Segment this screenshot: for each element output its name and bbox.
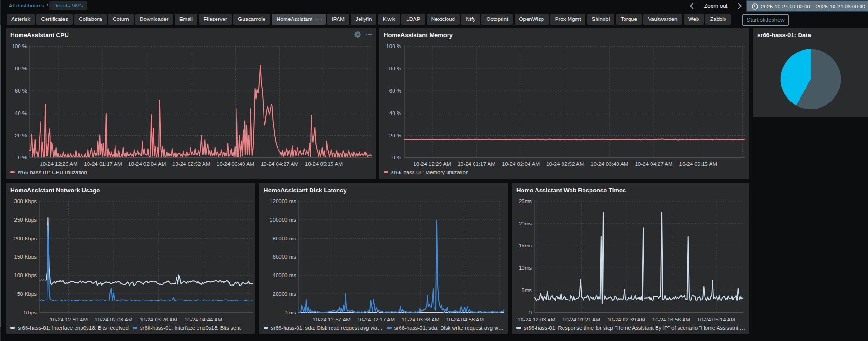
- svg-text:10-24 03:40 AM: 10-24 03:40 AM: [217, 161, 254, 167]
- svg-text:40000 ms: 40000 ms: [272, 273, 296, 278]
- svg-text:50 Kbps: 50 Kbps: [17, 291, 37, 297]
- svg-text:20000 ms: 20000 ms: [272, 291, 296, 297]
- svg-text:10-24 03:26 AM: 10-24 03:26 AM: [140, 317, 177, 322]
- svg-text:0 bps: 0 bps: [24, 310, 37, 315]
- svg-text:0 %: 0 %: [392, 155, 401, 160]
- svg-text:10-24 12:29 AM: 10-24 12:29 AM: [40, 161, 77, 167]
- svg-text:150 Kbps: 150 Kbps: [14, 254, 37, 259]
- svg-text:10-24 02:52 AM: 10-24 02:52 AM: [546, 161, 584, 167]
- svg-text:120000 ms: 120000 ms: [270, 198, 296, 204]
- svg-text:20 %: 20 %: [389, 133, 401, 138]
- svg-text:10-24 12:03 AM: 10-24 12:03 AM: [517, 317, 555, 322]
- svg-text:25ms: 25ms: [519, 198, 532, 204]
- svg-text:10-24 05:14 AM: 10-24 05:14 AM: [697, 317, 735, 322]
- svg-text:10-24 12:50 AM: 10-24 12:50 AM: [50, 317, 88, 322]
- svg-text:20 %: 20 %: [15, 133, 27, 138]
- svg-text:10-24 02:04 AM: 10-24 02:04 AM: [502, 161, 540, 167]
- svg-text:10-24 04:27 AM: 10-24 04:27 AM: [635, 161, 672, 167]
- svg-text:10-24 02:04 AM: 10-24 02:04 AM: [128, 161, 166, 167]
- svg-text:40 %: 40 %: [15, 110, 27, 116]
- svg-text:10-24 02:17 AM: 10-24 02:17 AM: [357, 317, 395, 322]
- svg-text:10-24 05:15 AM: 10-24 05:15 AM: [305, 161, 343, 167]
- svg-text:10-24 12:57 AM: 10-24 12:57 AM: [313, 317, 351, 322]
- svg-text:0: 0: [529, 310, 532, 315]
- svg-text:10-24 04:58 AM: 10-24 04:58 AM: [446, 317, 484, 322]
- svg-text:10-24 02:08 AM: 10-24 02:08 AM: [95, 317, 132, 322]
- svg-text:10-24 01:21 AM: 10-24 01:21 AM: [563, 317, 600, 322]
- svg-text:10-24 01:17 AM: 10-24 01:17 AM: [458, 161, 495, 167]
- svg-text:10-24 04:27 AM: 10-24 04:27 AM: [261, 161, 298, 167]
- svg-text:40 %: 40 %: [389, 110, 401, 116]
- svg-text:10-24 02:52 AM: 10-24 02:52 AM: [172, 161, 210, 167]
- svg-text:10-24 03:40 AM: 10-24 03:40 AM: [590, 161, 628, 167]
- svg-text:60 %: 60 %: [15, 88, 27, 94]
- svg-text:80000 ms: 80000 ms: [272, 236, 296, 241]
- svg-text:10-24 05:15 AM: 10-24 05:15 AM: [679, 161, 717, 167]
- svg-text:0 %: 0 %: [18, 155, 27, 160]
- svg-text:60000 ms: 60000 ms: [272, 254, 296, 259]
- svg-text:0 ms: 0 ms: [285, 310, 296, 315]
- svg-text:10-24 02:39 AM: 10-24 02:39 AM: [607, 317, 645, 322]
- svg-text:80 %: 80 %: [15, 66, 27, 71]
- svg-text:10-24 03:56 AM: 10-24 03:56 AM: [652, 317, 690, 322]
- svg-text:10-24 04:44 AM: 10-24 04:44 AM: [184, 317, 222, 322]
- svg-text:200 Kbps: 200 Kbps: [14, 236, 37, 241]
- svg-text:5ms: 5ms: [522, 287, 532, 293]
- svg-text:300 Kbps: 300 Kbps: [14, 198, 37, 204]
- svg-text:10-24 03:38 AM: 10-24 03:38 AM: [401, 317, 439, 322]
- svg-text:250 Kbps: 250 Kbps: [14, 217, 37, 223]
- svg-text:100 %: 100 %: [12, 43, 27, 49]
- svg-text:10ms: 10ms: [519, 265, 532, 271]
- svg-text:80 %: 80 %: [389, 66, 401, 71]
- svg-text:100 Kbps: 100 Kbps: [14, 273, 37, 278]
- svg-text:100000 ms: 100000 ms: [270, 217, 296, 223]
- svg-text:15ms: 15ms: [519, 243, 532, 248]
- svg-text:100 %: 100 %: [386, 43, 401, 49]
- svg-text:10-24 12:29 AM: 10-24 12:29 AM: [413, 161, 451, 167]
- svg-text:60 %: 60 %: [389, 88, 401, 94]
- svg-text:20ms: 20ms: [519, 221, 532, 226]
- svg-text:10-24 01:17 AM: 10-24 01:17 AM: [84, 161, 122, 167]
